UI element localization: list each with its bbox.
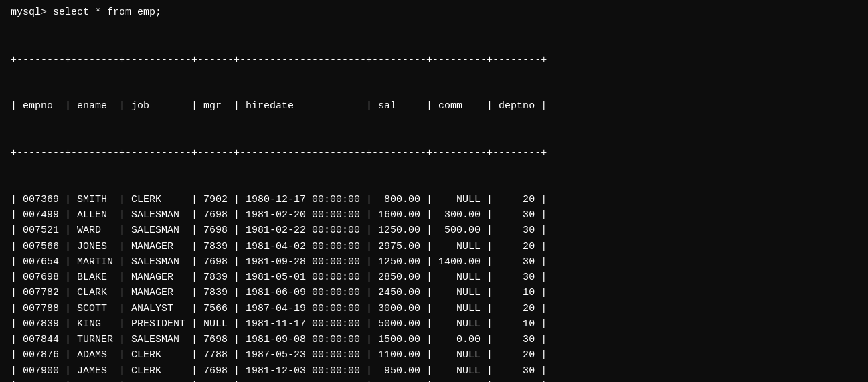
table-row: | 007844 | TURNER | SALESMAN | 7698 | 19…: [11, 332, 857, 347]
table-row: | 007521 | WARD | SALESMAN | 7698 | 1981…: [11, 223, 857, 238]
terminal-window: mysql> select * from emp; +--------+----…: [11, 7, 857, 382]
table-output: +--------+--------+-----------+------+--…: [11, 21, 857, 382]
table-row: | 007902 | FORD | ANALYST | 7566 | 1981-…: [11, 379, 857, 382]
separator-top: +--------+--------+-----------+------+--…: [11, 52, 857, 68]
table-header: | empno | ename | job | mgr | hiredate |…: [11, 98, 857, 114]
table-row: | 007566 | JONES | MANAGER | 7839 | 1981…: [11, 239, 857, 254]
table-row: | 007698 | BLAKE | MANAGER | 7839 | 1981…: [11, 270, 857, 285]
table-row: | 007499 | ALLEN | SALESMAN | 7698 | 198…: [11, 207, 857, 223]
table-row: | 007900 | JAMES | CLERK | 7698 | 1981-1…: [11, 363, 857, 379]
table-row: | 007788 | SCOTT | ANALYST | 7566 | 1987…: [11, 301, 857, 316]
table-rows: | 007369 | SMITH | CLERK | 7902 | 1980-1…: [11, 192, 857, 382]
table-row: | 007369 | SMITH | CLERK | 7902 | 1980-1…: [11, 192, 857, 207]
table-row: | 007654 | MARTIN | SALESMAN | 7698 | 19…: [11, 254, 857, 270]
separator-header: +--------+--------+-----------+------+--…: [11, 145, 857, 161]
command-line: mysql> select * from emp;: [11, 7, 857, 18]
table-row: | 007782 | CLARK | MANAGER | 7839 | 1981…: [11, 285, 857, 300]
table-row: | 007839 | KING | PRESIDENT | NULL | 198…: [11, 316, 857, 332]
table-row: | 007876 | ADAMS | CLERK | 7788 | 1987-0…: [11, 347, 857, 363]
